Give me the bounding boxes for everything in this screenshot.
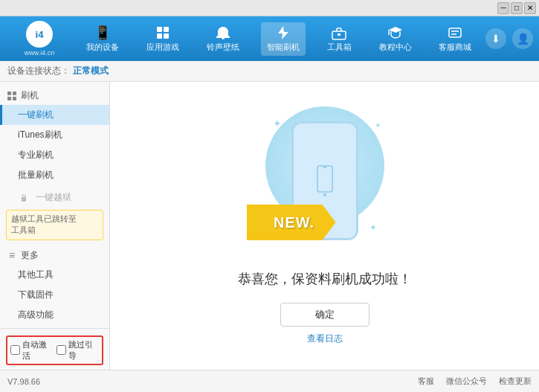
footer-version: V7.98.66 [7,377,40,386]
flash-section-label: 刷机 [21,89,39,102]
sidebar-bottom: 自动激活 跳过引导 📱 iPhone 15 Pro Max 512GB iPho… [0,328,109,370]
restore-section: 一键越狱 越狱工具已跳转至 工具箱 [0,188,109,243]
close-button[interactable]: ✕ [524,2,536,14]
restore-disabled-label: 一键越狱 [0,188,109,207]
logo-icon: i4 [26,21,53,48]
nav-item-toolbox[interactable]: 工具箱 [321,22,358,56]
sidebar-item-one-key-flash[interactable]: 一键刷机 [0,105,109,125]
smart-flash-icon [274,25,292,40]
nav-item-apps-games[interactable]: 应用游戏 [141,22,185,56]
tutorial-icon [387,25,404,40]
svg-point-14 [323,193,326,196]
nav-label-my-device: 我的设备 [86,42,119,53]
logo-subtitle: www.i4.cn [25,49,55,57]
flash-section-header: 刷机 [0,86,109,105]
header-right: ⬇ 👤 [485,28,533,49]
checkbox-row: 自动激活 跳过引导 [6,335,103,365]
svg-rect-12 [317,166,332,192]
user-button[interactable]: 👤 [512,28,533,49]
status-value: 正常模式 [73,65,109,77]
my-device-icon: 📱 [94,25,112,40]
svg-rect-8 [13,91,16,95]
auto-guide-checkbox[interactable] [57,345,66,355]
auto-guide-label: 跳过引导 [68,339,100,362]
flash-section: 刷机 一键刷机 iTunes刷机 专业刷机 批量刷机 [0,86,109,185]
header: i4 www.i4.cn 📱 我的设备 应用游戏 铃声壁纸 智能刷机 [0,16,539,61]
statusbar: 设备连接状态： 正常模式 [0,61,539,82]
restore-label: 一键越狱 [36,191,71,204]
svg-rect-9 [7,97,11,100]
view-log-link[interactable]: 查看日志 [307,332,343,345]
maximize-button[interactable]: □ [511,2,523,14]
sidebar-item-batch-flash[interactable]: 批量刷机 [0,165,109,185]
nav-bar: 📱 我的设备 应用游戏 铃声壁纸 智能刷机 工具箱 [73,22,485,56]
svg-rect-3 [164,33,169,39]
svg-rect-0 [157,27,162,32]
sidebar-item-itunes-flash[interactable]: iTunes刷机 [0,125,109,145]
nav-label-smart-flash: 智能刷机 [267,42,300,53]
svg-rect-1 [164,27,169,32]
status-label: 设备连接状态： [7,65,70,77]
footer-link-home[interactable]: 客服 [418,376,434,387]
svg-rect-2 [157,33,162,39]
nav-item-service[interactable]: 客服商城 [433,22,477,56]
sidebar: 刷机 一键刷机 iTunes刷机 专业刷机 批量刷机 一键越狱 越狱工具已跳转至… [0,82,110,370]
flash-section-icon [6,90,18,102]
nav-label-tutorial: 教程中心 [379,42,412,53]
svg-rect-11 [22,197,26,202]
warning-box: 越狱工具已跳转至 工具箱 [6,210,103,240]
content-area: ✦ ✦ ✦ NEW. 恭喜您，保资料刷机成功啦！ 确定 查看 [110,82,539,370]
sidebar-item-other-tools[interactable]: 其他工具 [0,265,109,285]
nav-item-my-device[interactable]: 📱 我的设备 [80,22,125,56]
warning-line1: 越狱工具已跳转至 [11,214,77,223]
svg-rect-5 [338,33,340,36]
sidebar-item-download-firmware[interactable]: 下载固件 [0,285,109,305]
nav-label-apps-games: 应用游戏 [146,42,179,53]
sparkle-1: ✦ [273,118,282,129]
auto-activate-item[interactable]: 自动激活 [10,339,54,362]
footer-right: 客服 微信公众号 检查更新 [418,376,532,387]
new-banner: NEW. [247,205,336,240]
footer-link-wechat[interactable]: 微信公众号 [446,376,487,387]
nav-item-smart-flash[interactable]: 智能刷机 [261,22,306,56]
toolbox-icon [330,25,348,40]
nav-label-service: 客服商城 [439,42,471,53]
minimize-button[interactable]: ─ [497,2,509,14]
svg-rect-10 [13,97,16,100]
more-section-label: 更多 [21,249,39,262]
more-icon: ≡ [6,249,18,261]
app-logo: i4 www.i4.cn [6,21,73,57]
new-text: NEW. [268,214,314,231]
service-icon [446,25,464,40]
auto-activate-label: 自动激活 [22,339,54,362]
confirm-button[interactable]: 确定 [280,303,369,327]
footer-left: V7.98.66 [7,377,40,386]
auto-activate-checkbox[interactable] [10,345,20,355]
ringtones-icon [214,25,232,40]
nav-item-ringtones[interactable]: 铃声壁纸 [201,22,245,56]
success-title: 恭喜您，保资料刷机成功啦！ [238,270,412,288]
lock-icon [18,192,30,204]
footer: V7.98.66 客服 微信公众号 检查更新 [0,370,539,392]
more-section-header: ≡ 更多 [0,246,109,265]
titlebar: ─ □ ✕ [0,0,539,16]
success-image: ✦ ✦ ✦ NEW. [258,106,392,255]
svg-rect-7 [7,91,11,95]
download-button[interactable]: ⬇ [485,28,506,49]
sparkle-3: ✦ [369,222,377,233]
auto-guide-item[interactable]: 跳过引导 [57,339,100,362]
device-item: 📱 iPhone 15 Pro Max 512GB iPhone [3,367,106,370]
footer-link-check-update[interactable]: 检查更新 [499,376,532,387]
warning-line2: 工具箱 [11,225,36,234]
nav-item-tutorial[interactable]: 教程中心 [373,22,418,56]
sidebar-item-advanced[interactable]: 高级功能 [0,305,109,325]
apps-games-icon [154,25,172,40]
nav-label-ringtones: 铃声壁纸 [207,42,239,53]
nav-label-toolbox: 工具箱 [327,42,352,53]
svg-rect-6 [449,28,461,37]
main-container: 刷机 一键刷机 iTunes刷机 专业刷机 批量刷机 一键越狱 越狱工具已跳转至… [0,82,539,370]
more-section: ≡ 更多 其他工具 下载固件 高级功能 [0,246,109,325]
sparkle-2: ✦ [375,121,381,129]
sidebar-item-pro-flash[interactable]: 专业刷机 [0,145,109,165]
